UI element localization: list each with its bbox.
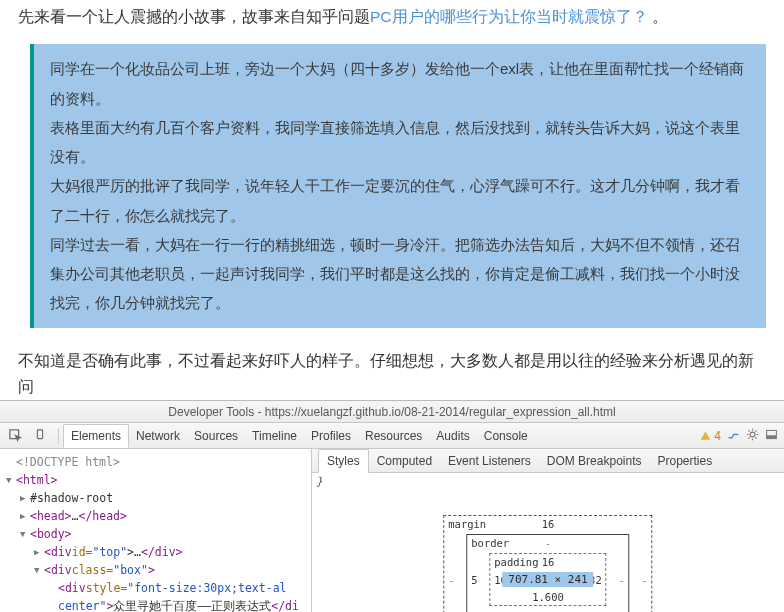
dom-head[interactable]: ▶<head>…</head> xyxy=(6,507,311,525)
device-icon[interactable] xyxy=(30,426,50,446)
styles-pane: Styles Computed Event Listeners DOM Brea… xyxy=(312,449,784,612)
svg-rect-1 xyxy=(37,430,42,439)
dom-shadow-root[interactable]: ▶#shadow-root xyxy=(6,489,311,507)
zhihu-link[interactable]: PC用户的哪些行为让你当时就震惊了？ xyxy=(370,8,648,25)
quote-p4: 同学过去一看，大妈在一行一行的精挑细选，顿时一身冷汗。把筛选办法告知后，大妈不但… xyxy=(50,230,752,318)
warning-badge[interactable]: 4 xyxy=(700,429,721,443)
border-right[interactable]: - xyxy=(618,574,624,586)
devtools-titlebar: Developer Tools - https://xuelangzf.gith… xyxy=(0,401,784,423)
margin-label: margin xyxy=(448,518,486,530)
margin-left[interactable]: - xyxy=(448,574,454,586)
devtools-toolbar: Elements Network Sources Timeline Profil… xyxy=(0,423,784,449)
margin-top[interactable]: 16 xyxy=(542,518,555,530)
side-tab-dombreakpoints[interactable]: DOM Breakpoints xyxy=(539,450,650,472)
side-tab-properties[interactable]: Properties xyxy=(649,450,720,472)
box-model-diagram[interactable]: margin 16 16 - - border - - 5 - paddin xyxy=(443,515,652,612)
tab-sources[interactable]: Sources xyxy=(187,425,245,447)
padding-label: padding xyxy=(494,556,538,568)
content-size[interactable]: 707.81 × 241 xyxy=(502,572,593,587)
intro-text-post: 。 xyxy=(648,8,668,25)
settings-icon[interactable] xyxy=(746,428,759,444)
side-tab-styles[interactable]: Styles xyxy=(318,449,369,473)
drawer-icon[interactable] xyxy=(727,428,740,444)
tab-audits[interactable]: Audits xyxy=(429,425,476,447)
side-tab-eventlisteners[interactable]: Event Listeners xyxy=(440,450,539,472)
dock-icon[interactable] xyxy=(765,428,778,444)
dom-html[interactable]: ▼<html> xyxy=(6,471,311,489)
dom-div-top[interactable]: ▶<div id="top">…</div> xyxy=(6,543,311,561)
dom-div-style[interactable]: <div style="font-size:30px;text-al xyxy=(6,579,311,597)
dom-body[interactable]: ▼<body> xyxy=(6,525,311,543)
tab-resources[interactable]: Resources xyxy=(358,425,429,447)
quote-p2: 表格里面大约有几百个客户资料，我同学直接筛选填入信息，然后没找到，就转头告诉大妈… xyxy=(50,113,752,172)
tab-console[interactable]: Console xyxy=(477,425,535,447)
tab-network[interactable]: Network xyxy=(129,425,187,447)
svg-point-2 xyxy=(750,432,755,437)
border-top[interactable]: - xyxy=(545,537,551,549)
story-blockquote: 同学在一个化妆品公司上班，旁边一个大妈（四十多岁）发给他一个exl表，让他在里面… xyxy=(30,44,766,327)
quote-p1: 同学在一个化妆品公司上班，旁边一个大妈（四十多岁）发给他一个exl表，让他在里面… xyxy=(50,54,752,113)
devtools-window: Developer Tools - https://xuelangzf.gith… xyxy=(0,400,784,612)
quote-p3: 大妈很严厉的批评了我同学，说年轻人干工作一定要沉的住气，心浮气躁可不行。这才几分… xyxy=(50,171,752,230)
inspect-icon[interactable] xyxy=(6,426,26,446)
dom-div-style-tail[interactable]: center">众里寻她千百度——正则表达式</di xyxy=(6,597,311,612)
outro-paragraph: 不知道是否确有此事，不过看起来好吓人的样子。仔细想想，大多数人都是用以往的经验来… xyxy=(18,342,766,401)
margin-right[interactable]: - xyxy=(641,574,647,586)
border-left[interactable]: 5 xyxy=(471,574,477,586)
tab-elements[interactable]: Elements xyxy=(63,424,129,448)
dom-tree[interactable]: <!DOCTYPE html> ▼<html> ▶#shadow-root ▶<… xyxy=(0,449,312,612)
intro-paragraph: 先来看一个让人震撼的小故事，故事来自知乎问题PC用户的哪些行为让你当时就震惊了？… xyxy=(18,0,766,44)
tab-profiles[interactable]: Profiles xyxy=(304,425,358,447)
padding-top[interactable]: 16 xyxy=(542,556,555,568)
svg-rect-4 xyxy=(767,435,777,438)
separator xyxy=(58,428,59,444)
intro-text-pre: 先来看一个让人震撼的小故事，故事来自知乎问题 xyxy=(18,8,370,25)
side-tab-computed[interactable]: Computed xyxy=(369,450,440,472)
border-label: border xyxy=(471,537,509,549)
closing-brace: } xyxy=(316,475,323,488)
tab-timeline[interactable]: Timeline xyxy=(245,425,304,447)
dom-doctype[interactable]: <!DOCTYPE html> xyxy=(6,453,311,471)
dom-div-box[interactable]: ▼<div class="box"> xyxy=(6,561,311,579)
padding-bottom[interactable]: 1.600 xyxy=(532,591,564,603)
